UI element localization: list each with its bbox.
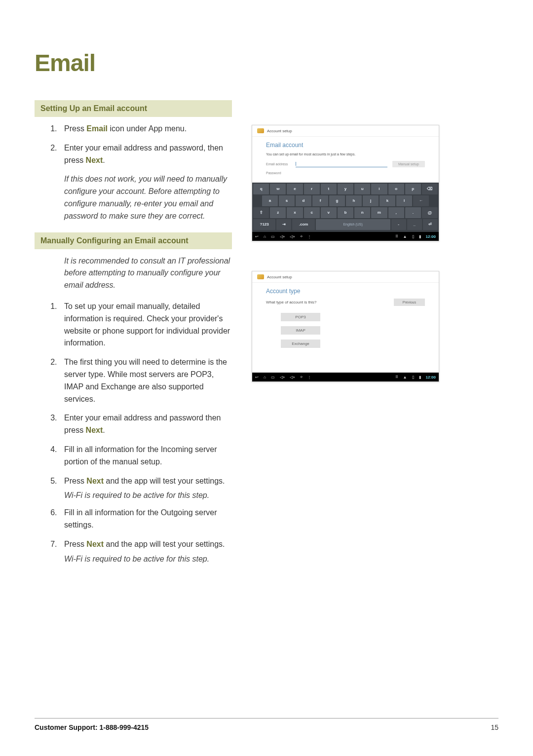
list-item: Fill in all information for the Incoming… bbox=[59, 444, 232, 468]
screenshot-account-type: Account setup Account type What type of … bbox=[252, 271, 439, 382]
back-icon[interactable]: ↩ bbox=[255, 375, 259, 379]
sd-icon: ▯ bbox=[412, 234, 414, 239]
sd-icon: ▯ bbox=[412, 375, 414, 379]
backspace-icon[interactable]: ⌫ bbox=[422, 184, 438, 194]
enter-left-icon[interactable]: ← bbox=[413, 195, 429, 206]
key-s[interactable]: s bbox=[279, 195, 295, 206]
key-g[interactable]: g bbox=[329, 195, 345, 206]
volume-down-icon[interactable]: ◁» bbox=[280, 375, 285, 379]
home-icon[interactable]: ⌂ bbox=[264, 375, 266, 379]
list-item: Enter your email address and password th… bbox=[59, 412, 232, 437]
screenshots-column: Account setup Email account You can set … bbox=[252, 90, 498, 570]
previous-button[interactable]: Previous bbox=[394, 299, 425, 306]
key-underscore[interactable]: _ bbox=[407, 219, 422, 230]
exchange-button[interactable]: Exchange bbox=[281, 340, 320, 348]
manual-steps-list: To set up your email manually, detailed … bbox=[35, 301, 232, 487]
page-number: 15 bbox=[491, 723, 498, 731]
screenshot-icon[interactable]: ⟡ bbox=[300, 234, 303, 239]
list-item: Enter your email address and password, t… bbox=[59, 142, 232, 167]
manual-steps-list-cont: Fill in all information for the Outgoing… bbox=[35, 507, 232, 550]
key-d[interactable]: d bbox=[296, 195, 311, 206]
password-label: Password bbox=[266, 171, 291, 175]
dotcom-key[interactable]: .com bbox=[292, 219, 314, 230]
note-text: If this does not work, you will need to … bbox=[35, 173, 232, 222]
apps-icon: ⠿ bbox=[395, 375, 398, 379]
back-icon[interactable]: ↩ bbox=[255, 234, 259, 239]
shift-icon[interactable]: ⇧ bbox=[253, 207, 269, 218]
symbols-key[interactable]: ?123 bbox=[253, 219, 275, 230]
key-b[interactable]: b bbox=[338, 207, 353, 218]
key-at[interactable]: @ bbox=[422, 207, 438, 218]
enter-icon[interactable]: ⏎ bbox=[423, 219, 438, 230]
key-n[interactable]: n bbox=[354, 207, 370, 218]
wifi-icon: ▲ bbox=[403, 234, 407, 239]
list-item: To set up your email manually, detailed … bbox=[59, 301, 232, 349]
app-icon bbox=[257, 274, 264, 279]
key-e[interactable]: e bbox=[287, 184, 303, 194]
key-v[interactable]: v bbox=[321, 207, 337, 218]
section-heading-manual: Manually Configuring an Email account bbox=[35, 232, 232, 249]
wifi-icon: ▲ bbox=[403, 375, 407, 379]
more-icon[interactable]: ⋮ bbox=[307, 375, 311, 379]
key-l[interactable]: l bbox=[396, 195, 412, 206]
list-item: Press Email icon under App menu. bbox=[59, 123, 232, 135]
onscreen-keyboard[interactable]: q w e r t y u i o p ⌫ a s d f g h j k bbox=[252, 183, 439, 232]
key-p[interactable]: p bbox=[405, 184, 421, 194]
list-item: The first thing you will need to determi… bbox=[59, 356, 232, 405]
recent-apps-icon[interactable]: ▭ bbox=[271, 234, 275, 239]
imap-button[interactable]: IMAP bbox=[281, 326, 320, 335]
key-comma[interactable]: , bbox=[388, 207, 404, 218]
home-icon[interactable]: ⌂ bbox=[264, 234, 266, 239]
key-k[interactable]: k bbox=[380, 195, 395, 206]
support-phone: Customer Support: 1-888-999-4215 bbox=[35, 723, 149, 731]
key-i[interactable]: i bbox=[371, 184, 387, 194]
key-h[interactable]: h bbox=[346, 195, 362, 206]
key-q[interactable]: q bbox=[253, 184, 269, 194]
intro-note: It is recommended to consult an IT profe… bbox=[35, 255, 232, 292]
app-icon bbox=[257, 128, 264, 133]
key-m[interactable]: m bbox=[371, 207, 387, 218]
more-icon[interactable]: ⋮ bbox=[307, 234, 311, 239]
page-title: Email bbox=[35, 49, 498, 76]
wifi-note: Wi-Fi is required to be active for this … bbox=[35, 491, 232, 500]
system-navbar: ↩ ⌂ ▭ ◁» ◁» ⟡ ⋮ ⠿ ▲ ▯ ▮ 12:00 bbox=[252, 232, 439, 241]
screenshot-icon[interactable]: ⟡ bbox=[300, 375, 303, 379]
key-w[interactable]: w bbox=[270, 184, 286, 194]
list-item: Press Next and the app will test your se… bbox=[59, 538, 232, 551]
key-o[interactable]: o bbox=[388, 184, 404, 194]
wifi-note: Wi-Fi is required to be active for this … bbox=[35, 555, 232, 564]
key-u[interactable]: u bbox=[354, 184, 370, 194]
key-z[interactable]: z bbox=[270, 207, 286, 218]
breadcrumb: Account setup bbox=[267, 129, 292, 133]
volume-up-icon[interactable]: ◁» bbox=[290, 375, 295, 379]
key-y[interactable]: y bbox=[338, 184, 353, 194]
page-footer: Customer Support: 1-888-999-4215 15 bbox=[35, 718, 498, 731]
question-text: What type of account is this? bbox=[266, 300, 316, 304]
volume-up-icon[interactable]: ◁» bbox=[290, 234, 295, 239]
key-x[interactable]: x bbox=[287, 207, 303, 218]
key-c[interactable]: c bbox=[304, 207, 320, 218]
list-item: Press Next and the app will test your se… bbox=[59, 475, 232, 488]
email-field[interactable] bbox=[296, 161, 387, 167]
screenshot-email-setup: Account setup Email account You can set … bbox=[252, 125, 439, 241]
key-t[interactable]: t bbox=[321, 184, 337, 194]
volume-down-icon[interactable]: ◁» bbox=[280, 234, 285, 239]
battery-icon: ▮ bbox=[419, 234, 421, 239]
recent-apps-icon[interactable]: ▭ bbox=[271, 375, 275, 379]
tab-icon[interactable]: ⇥ bbox=[276, 219, 291, 230]
email-label: Email address bbox=[266, 162, 291, 166]
key-f[interactable]: f bbox=[312, 195, 328, 206]
key-period[interactable]: . bbox=[405, 207, 421, 218]
clock: 12:00 bbox=[426, 234, 436, 239]
spacebar[interactable]: English (US) bbox=[316, 219, 390, 230]
key-dash[interactable]: - bbox=[391, 219, 406, 230]
apps-icon: ⠿ bbox=[395, 234, 398, 239]
key-j[interactable]: j bbox=[363, 195, 379, 206]
key-r[interactable]: r bbox=[304, 184, 320, 194]
pop3-button[interactable]: POP3 bbox=[281, 313, 320, 321]
section-heading-setup: Setting Up an Email account bbox=[35, 100, 232, 117]
screen-title: Email account bbox=[266, 142, 425, 149]
manual-setup-button[interactable]: Manual setup bbox=[392, 161, 425, 167]
key-a[interactable]: a bbox=[262, 195, 278, 206]
instructions-column: Setting Up an Email account Press Email … bbox=[35, 90, 232, 570]
